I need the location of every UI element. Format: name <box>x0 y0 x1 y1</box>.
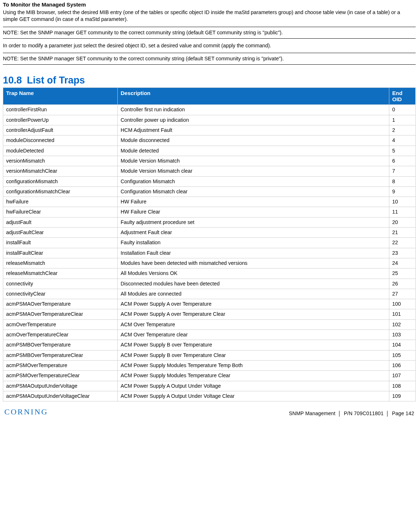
cell-desc: Faulty adjustment procedure set <box>118 217 389 227</box>
cell-name: hwFailure <box>3 197 118 207</box>
table-row: adjustFaultFaulty adjustment procedure s… <box>3 217 416 227</box>
cell-name: controllerAdjustFault <box>3 125 118 135</box>
table-row: acmPSMBOverTemperatureClearACM Power Sup… <box>3 350 416 360</box>
cell-oid: 25 <box>389 268 416 279</box>
section-heading: 10.8List of Traps <box>3 75 416 86</box>
cell-name: versionMismatchClear <box>3 166 118 176</box>
cell-name: configurationMismatchClear <box>3 186 118 197</box>
cell-oid: 9 <box>389 186 416 197</box>
table-row: versionMismatchModule Version Mismatch6 <box>3 156 416 166</box>
cell-desc: HCM Adjustment Fault <box>118 125 389 135</box>
cell-name: acmOverTemperatureClear <box>3 330 118 340</box>
cell-desc: ACM Power Supply Modules Temperature Tem… <box>118 360 389 370</box>
cell-oid: 7 <box>389 166 416 176</box>
table-row: acmPSMBOverTemperatureACM Power Supply B… <box>3 340 416 350</box>
table-row: moduleDetectedModule detected5 <box>3 146 416 156</box>
cell-desc: Faulty installation <box>118 238 389 248</box>
col-description: Description <box>118 88 389 105</box>
cell-name: versionMismatch <box>3 156 118 166</box>
cell-name: acmPSMAOverTemperatureClear <box>3 309 118 319</box>
cell-name: acmPSMBOverTemperatureClear <box>3 350 118 360</box>
cell-oid: 22 <box>389 238 416 248</box>
cell-oid: 20 <box>389 217 416 227</box>
cell-desc: ACM Over Temperature <box>118 319 389 330</box>
table-row: acmPSMOverTemperatureACM Power Supply Mo… <box>3 360 416 370</box>
cell-name: acmPSMOverTemperatureClear <box>3 371 118 381</box>
cell-name: installFault <box>3 238 118 248</box>
table-row: acmOverTemperatureClearACM Over Temperat… <box>3 330 416 340</box>
cell-oid: 4 <box>389 135 416 146</box>
table-row: controllerPowerUpController power up ind… <box>3 115 416 125</box>
cell-oid: 24 <box>389 258 416 268</box>
table-row: acmPSMAOutputUnderVoltageClearACM Power … <box>3 391 416 401</box>
cell-name: installFaultClear <box>3 248 118 258</box>
cell-name: releaseMismatch <box>3 258 118 268</box>
table-row: acmPSMOverTemperatureClearACM Power Supp… <box>3 371 416 381</box>
cell-name: controllerFirstRun <box>3 105 118 115</box>
cell-name: configurationMismatch <box>3 176 118 186</box>
cell-desc: ACM Power Supply B over Temperature Clea… <box>118 350 389 360</box>
cell-name: acmOverTemperature <box>3 319 118 330</box>
cell-desc: Module detected <box>118 146 389 156</box>
cell-name: connectivityClear <box>3 289 118 299</box>
table-row: installFaultClearInstallation Fault clea… <box>3 248 416 258</box>
cell-oid: 102 <box>389 319 416 330</box>
cell-name: adjustFaultClear <box>3 228 118 238</box>
cell-desc: Module Version Mismatch <box>118 156 389 166</box>
note-set: NOTE: Set the SNMP manager SET community… <box>3 53 416 65</box>
cell-desc: Installation Fault clear <box>118 248 389 258</box>
cell-desc: Configuration Mismatch clear <box>118 186 389 197</box>
table-row: configurationMismatchConfiguration Misma… <box>3 176 416 186</box>
col-trap-name: Trap Name <box>3 88 118 105</box>
cell-name: acmPSMOverTemperature <box>3 360 118 370</box>
table-row: hwFailureClearHW Failure Clear11 <box>3 207 416 217</box>
section-title: List of Traps <box>27 75 85 86</box>
modify-paragraph: In order to modify a parameter just sele… <box>3 42 416 49</box>
cell-desc: Controller power up indication <box>118 115 389 125</box>
cell-desc: ACM Over Temperature clear <box>118 330 389 340</box>
table-row: acmOverTemperatureACM Over Temperature10… <box>3 319 416 330</box>
cell-desc: ACM Power Supply Modules Temperature Cle… <box>118 371 389 381</box>
cell-name: acmPSMAOutputUnderVoltage <box>3 381 118 391</box>
cell-oid: 8 <box>389 176 416 186</box>
cell-oid: 11 <box>389 207 416 217</box>
cell-oid: 10 <box>389 197 416 207</box>
cell-desc: Module Version Mismatch clear <box>118 166 389 176</box>
table-row: moduleDisconnectedModule disconnected4 <box>3 135 416 146</box>
cell-oid: 2 <box>389 125 416 135</box>
cell-desc: ACM Power Supply A over Temperature <box>118 299 389 309</box>
table-row: acmPSMAOverTemperatureClearACM Power Sup… <box>3 309 416 319</box>
cell-desc: Adjustment Fault clear <box>118 228 389 238</box>
cell-desc: ACM Power Supply A over Temperature Clea… <box>118 309 389 319</box>
table-row: releaseMismatchClearAll Modules Versions… <box>3 268 416 279</box>
cell-oid: 26 <box>389 279 416 289</box>
cell-oid: 101 <box>389 309 416 319</box>
cell-oid: 109 <box>389 391 416 401</box>
table-row: adjustFaultClearAdjustment Fault clear21 <box>3 228 416 238</box>
cell-name: connectivity <box>3 279 118 289</box>
cell-oid: 107 <box>389 371 416 381</box>
cell-name: moduleDisconnected <box>3 135 118 146</box>
table-row: controllerAdjustFaultHCM Adjustment Faul… <box>3 125 416 135</box>
cell-oid: 105 <box>389 350 416 360</box>
cell-oid: 27 <box>389 289 416 299</box>
brand-logo: CORNING <box>4 407 48 417</box>
cell-oid: 108 <box>389 381 416 391</box>
footer-section: SNMP Management <box>289 410 335 416</box>
cell-name: adjustFault <box>3 217 118 227</box>
cell-desc: Controller first run indication <box>118 105 389 115</box>
table-row: connectivityDisconnected modules have be… <box>3 279 416 289</box>
cell-desc: All Modules Versions OK <box>118 268 389 279</box>
cell-desc: ACM Power Supply A Output Under Voltage … <box>118 391 389 401</box>
cell-desc: Module disconnected <box>118 135 389 146</box>
cell-desc: Disconnected modules have been detected <box>118 279 389 289</box>
table-header-row: Trap Name Description End OID <box>3 88 416 105</box>
cell-desc: All Modules are connected <box>118 289 389 299</box>
cell-oid: 0 <box>389 105 416 115</box>
table-row: versionMismatchClearModule Version Misma… <box>3 166 416 176</box>
cell-name: releaseMismatchClear <box>3 268 118 279</box>
footer-meta: SNMP Management P/N 709C011801 Page 142 <box>289 410 414 417</box>
cell-name: acmPSMBOverTemperature <box>3 340 118 350</box>
table-row: installFaultFaulty installation22 <box>3 238 416 248</box>
cell-desc: Configuration Mismatch <box>118 176 389 186</box>
